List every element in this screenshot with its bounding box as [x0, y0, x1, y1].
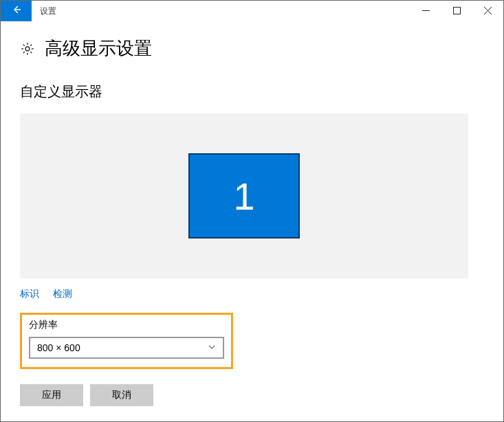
- close-button[interactable]: [472, 1, 503, 21]
- monitor-actions: 标识 检测: [20, 288, 490, 300]
- close-icon: [484, 6, 492, 16]
- svg-point-1: [25, 47, 30, 51]
- svg-rect-0: [454, 7, 461, 14]
- action-buttons: 应用 取消: [20, 384, 490, 406]
- cancel-button[interactable]: 取消: [90, 384, 153, 406]
- resolution-label: 分辨率: [29, 319, 224, 331]
- chevron-down-icon: [208, 342, 216, 354]
- minimize-icon: [422, 6, 430, 16]
- identify-link[interactable]: 标识: [20, 288, 39, 300]
- content-area: 高级显示设置 自定义显示器 1 标识 检测 分辨率 800 × 600 应用 取…: [1, 21, 503, 406]
- monitor-number: 1: [233, 174, 254, 219]
- page-header: 高级显示设置: [20, 36, 490, 60]
- monitor-1[interactable]: 1: [188, 153, 300, 238]
- maximize-button[interactable]: [441, 1, 472, 21]
- gear-icon: [20, 41, 35, 56]
- page-title: 高级显示设置: [45, 36, 152, 60]
- apply-button[interactable]: 应用: [20, 384, 83, 406]
- window-title: 设置: [32, 1, 56, 21]
- resolution-dropdown[interactable]: 800 × 600: [29, 337, 224, 359]
- arrow-left-icon: [11, 4, 22, 18]
- section-title: 自定义显示器: [20, 82, 490, 101]
- window-controls: [410, 1, 503, 21]
- monitor-preview-area: 1: [20, 113, 468, 278]
- back-button[interactable]: [1, 1, 32, 21]
- minimize-button[interactable]: [410, 1, 441, 21]
- resolution-value: 800 × 600: [37, 342, 80, 353]
- resolution-section: 分辨率 800 × 600: [20, 313, 233, 369]
- maximize-icon: [453, 6, 461, 16]
- detect-link[interactable]: 检测: [53, 288, 72, 300]
- titlebar: 设置: [1, 1, 503, 21]
